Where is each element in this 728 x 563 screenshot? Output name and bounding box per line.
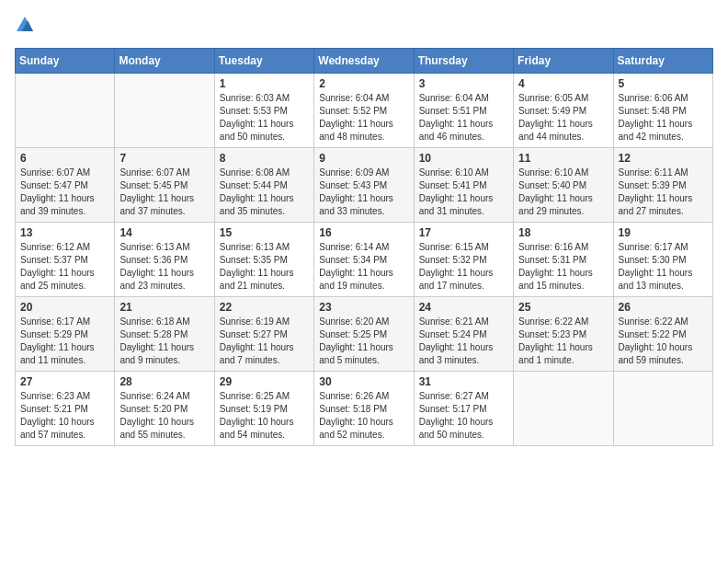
calendar-cell: 1Sunrise: 6:03 AMSunset: 5:53 PMDaylight… (214, 74, 313, 148)
day-number: 16 (319, 226, 408, 239)
day-info: Sunrise: 6:04 AMSunset: 5:51 PMDaylight:… (419, 92, 508, 144)
calendar-cell: 16Sunrise: 6:14 AMSunset: 5:34 PMDayligh… (314, 223, 414, 297)
day-info: Sunrise: 6:22 AMSunset: 5:23 PMDaylight:… (518, 316, 608, 367)
calendar-cell: 19Sunrise: 6:17 AMSunset: 5:30 PMDayligh… (613, 223, 712, 297)
calendar-cell: 24Sunrise: 6:21 AMSunset: 5:24 PMDayligh… (414, 297, 513, 372)
day-info: Sunrise: 6:25 AMSunset: 5:19 PMDaylight:… (220, 390, 309, 442)
day-info: Sunrise: 6:17 AMSunset: 5:30 PMDaylight:… (619, 241, 708, 293)
week-row-4: 20Sunrise: 6:17 AMSunset: 5:29 PMDayligh… (16, 297, 713, 372)
calendar-cell: 7Sunrise: 6:07 AMSunset: 5:45 PMDaylight… (115, 148, 214, 223)
day-info: Sunrise: 6:24 AMSunset: 5:20 PMDaylight:… (119, 390, 209, 442)
calendar-table: SundayMondayTuesdayWednesdayThursdayFrid… (15, 48, 713, 446)
day-number: 2 (319, 77, 408, 90)
day-number: 28 (119, 375, 209, 388)
day-number: 29 (220, 375, 309, 388)
calendar-cell: 8Sunrise: 6:08 AMSunset: 5:44 PMDaylight… (214, 148, 313, 223)
day-number: 17 (419, 226, 508, 239)
calendar-cell: 14Sunrise: 6:13 AMSunset: 5:36 PMDayligh… (115, 223, 214, 297)
calendar-cell: 6Sunrise: 6:07 AMSunset: 5:47 PMDaylight… (16, 148, 115, 223)
day-number: 13 (20, 226, 109, 239)
day-info: Sunrise: 6:21 AMSunset: 5:24 PMDaylight:… (419, 316, 508, 367)
calendar-cell: 21Sunrise: 6:18 AMSunset: 5:28 PMDayligh… (115, 297, 214, 372)
day-number: 6 (20, 152, 109, 165)
calendar-cell: 20Sunrise: 6:17 AMSunset: 5:29 PMDayligh… (16, 297, 115, 372)
week-row-2: 6Sunrise: 6:07 AMSunset: 5:47 PMDaylight… (16, 148, 713, 223)
header-friday: Friday (514, 49, 613, 74)
calendar-cell: 11Sunrise: 6:10 AMSunset: 5:40 PMDayligh… (514, 148, 613, 223)
calendar-cell (16, 74, 115, 148)
day-number: 26 (619, 301, 708, 314)
calendar-cell: 26Sunrise: 6:22 AMSunset: 5:22 PMDayligh… (613, 297, 712, 372)
calendar-cell: 13Sunrise: 6:12 AMSunset: 5:37 PMDayligh… (16, 223, 115, 297)
day-info: Sunrise: 6:22 AMSunset: 5:22 PMDaylight:… (619, 316, 708, 367)
day-info: Sunrise: 6:08 AMSunset: 5:44 PMDaylight:… (220, 167, 309, 218)
calendar-cell: 29Sunrise: 6:25 AMSunset: 5:19 PMDayligh… (214, 372, 313, 446)
day-info: Sunrise: 6:10 AMSunset: 5:40 PMDaylight:… (518, 167, 608, 218)
week-row-5: 27Sunrise: 6:23 AMSunset: 5:21 PMDayligh… (16, 372, 713, 446)
calendar-cell: 12Sunrise: 6:11 AMSunset: 5:39 PMDayligh… (613, 148, 712, 223)
page-header (15, 15, 713, 39)
day-number: 8 (220, 152, 309, 165)
calendar-cell: 9Sunrise: 6:09 AMSunset: 5:43 PMDaylight… (314, 148, 414, 223)
day-number: 25 (518, 301, 608, 314)
day-number: 18 (518, 226, 608, 239)
day-number: 4 (518, 77, 608, 90)
header-wednesday: Wednesday (314, 49, 414, 74)
day-number: 22 (220, 301, 309, 314)
day-info: Sunrise: 6:20 AMSunset: 5:25 PMDaylight:… (319, 316, 408, 367)
day-number: 24 (419, 301, 508, 314)
day-number: 5 (619, 77, 708, 90)
calendar-cell: 28Sunrise: 6:24 AMSunset: 5:20 PMDayligh… (115, 372, 214, 446)
calendar-cell: 4Sunrise: 6:05 AMSunset: 5:49 PMDaylight… (514, 74, 613, 148)
day-info: Sunrise: 6:16 AMSunset: 5:31 PMDaylight:… (518, 241, 608, 293)
day-number: 19 (619, 226, 708, 239)
day-info: Sunrise: 6:14 AMSunset: 5:34 PMDaylight:… (319, 241, 408, 293)
calendar-cell: 30Sunrise: 6:26 AMSunset: 5:18 PMDayligh… (314, 372, 414, 446)
calendar-cell (613, 372, 712, 446)
weekday-header-row: SundayMondayTuesdayWednesdayThursdayFrid… (16, 49, 713, 74)
header-sunday: Sunday (16, 49, 115, 74)
calendar-cell (514, 372, 613, 446)
calendar-cell: 18Sunrise: 6:16 AMSunset: 5:31 PMDayligh… (514, 223, 613, 297)
day-number: 10 (419, 152, 508, 165)
day-info: Sunrise: 6:26 AMSunset: 5:18 PMDaylight:… (319, 390, 408, 442)
day-number: 31 (419, 375, 508, 388)
day-info: Sunrise: 6:12 AMSunset: 5:37 PMDaylight:… (20, 241, 109, 293)
calendar-cell (115, 74, 214, 148)
day-info: Sunrise: 6:11 AMSunset: 5:39 PMDaylight:… (619, 167, 708, 218)
day-info: Sunrise: 6:19 AMSunset: 5:27 PMDaylight:… (220, 316, 309, 367)
day-info: Sunrise: 6:17 AMSunset: 5:29 PMDaylight:… (20, 316, 109, 367)
day-number: 12 (619, 152, 708, 165)
day-info: Sunrise: 6:18 AMSunset: 5:28 PMDaylight:… (119, 316, 209, 367)
day-info: Sunrise: 6:27 AMSunset: 5:17 PMDaylight:… (419, 390, 508, 442)
calendar-cell: 27Sunrise: 6:23 AMSunset: 5:21 PMDayligh… (16, 372, 115, 446)
day-number: 14 (119, 226, 209, 239)
day-info: Sunrise: 6:23 AMSunset: 5:21 PMDaylight:… (20, 390, 109, 442)
header-saturday: Saturday (613, 49, 712, 74)
day-info: Sunrise: 6:03 AMSunset: 5:53 PMDaylight:… (220, 92, 309, 144)
day-number: 3 (419, 77, 508, 90)
day-info: Sunrise: 6:07 AMSunset: 5:47 PMDaylight:… (20, 167, 109, 218)
day-info: Sunrise: 6:04 AMSunset: 5:52 PMDaylight:… (319, 92, 408, 144)
day-number: 15 (220, 226, 309, 239)
day-number: 9 (319, 152, 408, 165)
day-info: Sunrise: 6:07 AMSunset: 5:45 PMDaylight:… (119, 167, 209, 218)
calendar-cell: 5Sunrise: 6:06 AMSunset: 5:48 PMDaylight… (613, 74, 712, 148)
calendar-cell: 10Sunrise: 6:10 AMSunset: 5:41 PMDayligh… (414, 148, 513, 223)
calendar-cell: 31Sunrise: 6:27 AMSunset: 5:17 PMDayligh… (414, 372, 513, 446)
calendar-cell: 3Sunrise: 6:04 AMSunset: 5:51 PMDaylight… (414, 74, 513, 148)
calendar-cell: 23Sunrise: 6:20 AMSunset: 5:25 PMDayligh… (314, 297, 414, 372)
week-row-1: 1Sunrise: 6:03 AMSunset: 5:53 PMDaylight… (16, 74, 713, 148)
day-info: Sunrise: 6:09 AMSunset: 5:43 PMDaylight:… (319, 167, 408, 218)
day-info: Sunrise: 6:15 AMSunset: 5:32 PMDaylight:… (419, 241, 508, 293)
calendar-cell: 25Sunrise: 6:22 AMSunset: 5:23 PMDayligh… (514, 297, 613, 372)
calendar-cell: 17Sunrise: 6:15 AMSunset: 5:32 PMDayligh… (414, 223, 513, 297)
day-number: 1 (220, 77, 309, 90)
header-tuesday: Tuesday (214, 49, 313, 74)
day-info: Sunrise: 6:13 AMSunset: 5:36 PMDaylight:… (119, 241, 209, 293)
day-number: 20 (20, 301, 109, 314)
logo (15, 15, 39, 39)
day-number: 23 (319, 301, 408, 314)
day-info: Sunrise: 6:05 AMSunset: 5:49 PMDaylight:… (518, 92, 608, 144)
day-info: Sunrise: 6:13 AMSunset: 5:35 PMDaylight:… (220, 241, 309, 293)
